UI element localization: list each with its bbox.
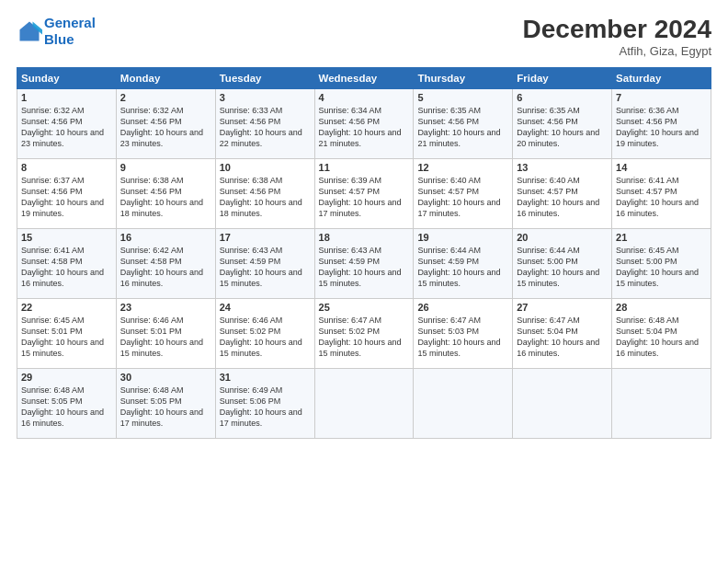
day-info: Sunrise: 6:32 AMSunset: 4:56 PMDaylight:… — [21, 106, 104, 148]
day-number: 12 — [417, 162, 508, 173]
logo: GeneralBlue — [17, 15, 96, 48]
day-info: Sunrise: 6:44 AMSunset: 4:59 PMDaylight:… — [417, 246, 500, 288]
day-info: Sunrise: 6:45 AMSunset: 5:01 PMDaylight:… — [21, 316, 104, 358]
day-info: Sunrise: 6:45 AMSunset: 5:00 PMDaylight:… — [616, 246, 699, 288]
calendar-cell: 24 Sunrise: 6:46 AMSunset: 5:02 PMDaylig… — [215, 299, 314, 369]
calendar-cell: 19 Sunrise: 6:44 AMSunset: 4:59 PMDaylig… — [414, 229, 513, 299]
calendar-cell: 20 Sunrise: 6:44 AMSunset: 5:00 PMDaylig… — [513, 229, 612, 299]
day-number: 10 — [220, 162, 311, 173]
calendar-cell: 23 Sunrise: 6:46 AMSunset: 5:01 PMDaylig… — [116, 299, 215, 369]
day-number: 1 — [21, 92, 112, 103]
day-number: 26 — [417, 302, 508, 313]
calendar-cell: 10 Sunrise: 6:38 AMSunset: 4:56 PMDaylig… — [215, 159, 314, 229]
calendar-cell — [612, 369, 711, 439]
day-info: Sunrise: 6:39 AMSunset: 4:57 PMDaylight:… — [319, 176, 402, 218]
day-info: Sunrise: 6:36 AMSunset: 4:56 PMDaylight:… — [616, 106, 699, 148]
day-number: 23 — [120, 302, 211, 313]
day-info: Sunrise: 6:46 AMSunset: 5:01 PMDaylight:… — [120, 316, 203, 358]
calendar-cell — [314, 369, 414, 439]
calendar-cell: 25 Sunrise: 6:47 AMSunset: 5:02 PMDaylig… — [314, 299, 414, 369]
calendar-cell: 4 Sunrise: 6:34 AMSunset: 4:56 PMDayligh… — [314, 89, 414, 159]
col-friday: Friday — [513, 68, 612, 89]
calendar-cell: 21 Sunrise: 6:45 AMSunset: 5:00 PMDaylig… — [612, 229, 711, 299]
day-info: Sunrise: 6:40 AMSunset: 4:57 PMDaylight:… — [517, 176, 599, 218]
day-number: 14 — [616, 162, 707, 173]
day-number: 25 — [319, 302, 410, 313]
day-info: Sunrise: 6:40 AMSunset: 4:57 PMDaylight:… — [417, 176, 500, 218]
title-block: December 2024 Atfih, Giza, Egypt — [523, 15, 711, 58]
day-info: Sunrise: 6:47 AMSunset: 5:04 PMDaylight:… — [517, 316, 599, 358]
day-number: 6 — [517, 92, 608, 103]
header: GeneralBlue December 2024 Atfih, Giza, E… — [17, 15, 711, 58]
col-tuesday: Tuesday — [215, 68, 314, 89]
day-number: 16 — [120, 232, 211, 243]
col-sunday: Sunday — [17, 68, 117, 89]
day-info: Sunrise: 6:38 AMSunset: 4:56 PMDaylight:… — [220, 176, 302, 218]
day-number: 29 — [21, 372, 112, 383]
calendar-cell — [513, 369, 612, 439]
day-info: Sunrise: 6:43 AMSunset: 4:59 PMDaylight:… — [319, 246, 402, 288]
calendar-cell: 17 Sunrise: 6:43 AMSunset: 4:59 PMDaylig… — [215, 229, 314, 299]
day-number: 11 — [319, 162, 410, 173]
calendar-cell: 1 Sunrise: 6:32 AMSunset: 4:56 PMDayligh… — [17, 89, 117, 159]
calendar-cell: 16 Sunrise: 6:42 AMSunset: 4:58 PMDaylig… — [116, 229, 215, 299]
day-number: 13 — [517, 162, 608, 173]
day-number: 17 — [220, 232, 311, 243]
calendar-body: 1 Sunrise: 6:32 AMSunset: 4:56 PMDayligh… — [17, 89, 711, 439]
week-row-2: 8 Sunrise: 6:37 AMSunset: 4:56 PMDayligh… — [17, 159, 711, 229]
day-info: Sunrise: 6:38 AMSunset: 4:56 PMDaylight:… — [120, 176, 203, 218]
day-info: Sunrise: 6:44 AMSunset: 5:00 PMDaylight:… — [517, 246, 599, 288]
day-info: Sunrise: 6:49 AMSunset: 5:06 PMDaylight:… — [220, 385, 302, 428]
col-thursday: Thursday — [414, 68, 513, 89]
day-number: 27 — [517, 302, 608, 313]
calendar-cell: 31 Sunrise: 6:49 AMSunset: 5:06 PMDaylig… — [215, 369, 314, 439]
month-title: December 2024 — [523, 15, 711, 44]
day-info: Sunrise: 6:42 AMSunset: 4:58 PMDaylight:… — [120, 246, 203, 288]
calendar-cell: 8 Sunrise: 6:37 AMSunset: 4:56 PMDayligh… — [17, 159, 117, 229]
week-row-5: 29 Sunrise: 6:48 AMSunset: 5:05 PMDaylig… — [17, 369, 711, 439]
day-info: Sunrise: 6:34 AMSunset: 4:56 PMDaylight:… — [319, 106, 402, 148]
calendar-cell: 3 Sunrise: 6:33 AMSunset: 4:56 PMDayligh… — [215, 89, 314, 159]
day-number: 24 — [220, 302, 311, 313]
calendar-cell: 22 Sunrise: 6:45 AMSunset: 5:01 PMDaylig… — [17, 299, 117, 369]
calendar-cell: 5 Sunrise: 6:35 AMSunset: 4:56 PMDayligh… — [414, 89, 513, 159]
col-monday: Monday — [116, 68, 215, 89]
day-info: Sunrise: 6:48 AMSunset: 5:04 PMDaylight:… — [616, 316, 699, 358]
day-number: 5 — [417, 92, 508, 103]
calendar-table: Sunday Monday Tuesday Wednesday Thursday… — [17, 67, 711, 439]
logo-text: GeneralBlue — [44, 15, 96, 48]
day-info: Sunrise: 6:47 AMSunset: 5:03 PMDaylight:… — [417, 316, 500, 358]
day-number: 2 — [120, 92, 211, 103]
day-info: Sunrise: 6:35 AMSunset: 4:56 PMDaylight:… — [517, 106, 599, 148]
week-row-4: 22 Sunrise: 6:45 AMSunset: 5:01 PMDaylig… — [17, 299, 711, 369]
day-info: Sunrise: 6:35 AMSunset: 4:56 PMDaylight:… — [417, 106, 500, 148]
calendar-cell: 11 Sunrise: 6:39 AMSunset: 4:57 PMDaylig… — [314, 159, 414, 229]
calendar-cell: 27 Sunrise: 6:47 AMSunset: 5:04 PMDaylig… — [513, 299, 612, 369]
day-number: 20 — [517, 232, 608, 243]
calendar-cell: 18 Sunrise: 6:43 AMSunset: 4:59 PMDaylig… — [314, 229, 414, 299]
week-row-1: 1 Sunrise: 6:32 AMSunset: 4:56 PMDayligh… — [17, 89, 711, 159]
calendar-cell: 26 Sunrise: 6:47 AMSunset: 5:03 PMDaylig… — [414, 299, 513, 369]
day-number: 30 — [120, 372, 211, 383]
day-number: 3 — [220, 92, 311, 103]
calendar-cell — [414, 369, 513, 439]
calendar-cell: 6 Sunrise: 6:35 AMSunset: 4:56 PMDayligh… — [513, 89, 612, 159]
week-row-3: 15 Sunrise: 6:41 AMSunset: 4:58 PMDaylig… — [17, 229, 711, 299]
col-wednesday: Wednesday — [314, 68, 414, 89]
day-info: Sunrise: 6:48 AMSunset: 5:05 PMDaylight:… — [120, 385, 203, 428]
header-row: Sunday Monday Tuesday Wednesday Thursday… — [17, 68, 711, 89]
day-info: Sunrise: 6:33 AMSunset: 4:56 PMDaylight:… — [220, 106, 302, 148]
calendar-cell: 29 Sunrise: 6:48 AMSunset: 5:05 PMDaylig… — [17, 369, 117, 439]
day-info: Sunrise: 6:32 AMSunset: 4:56 PMDaylight:… — [120, 106, 203, 148]
page: GeneralBlue December 2024 Atfih, Giza, E… — [0, 0, 728, 563]
day-number: 7 — [616, 92, 707, 103]
day-info: Sunrise: 6:41 AMSunset: 4:58 PMDaylight:… — [21, 246, 104, 288]
day-info: Sunrise: 6:46 AMSunset: 5:02 PMDaylight:… — [220, 316, 302, 358]
calendar-cell: 7 Sunrise: 6:36 AMSunset: 4:56 PMDayligh… — [612, 89, 711, 159]
location: Atfih, Giza, Egypt — [523, 44, 711, 58]
calendar-cell: 14 Sunrise: 6:41 AMSunset: 4:57 PMDaylig… — [612, 159, 711, 229]
col-saturday: Saturday — [612, 68, 711, 89]
day-number: 22 — [21, 302, 112, 313]
day-info: Sunrise: 6:37 AMSunset: 4:56 PMDaylight:… — [21, 176, 104, 218]
day-number: 21 — [616, 232, 707, 243]
